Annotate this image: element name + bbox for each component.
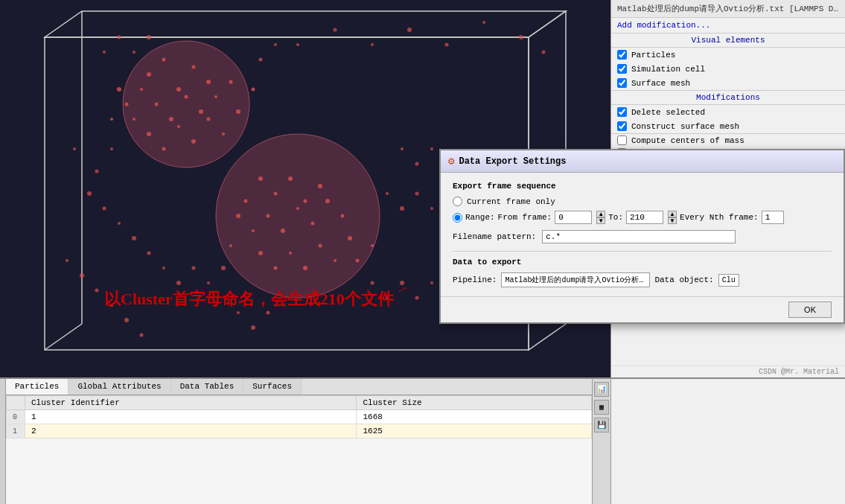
svg-point-17 bbox=[214, 95, 217, 98]
svg-point-94 bbox=[95, 289, 99, 293]
tab-particles[interactable]: Particles bbox=[6, 379, 68, 395]
bottom-right-spacer bbox=[610, 379, 845, 504]
svg-point-55 bbox=[371, 244, 374, 247]
add-modification-link[interactable]: Add modification... bbox=[611, 18, 845, 34]
svg-point-59 bbox=[87, 191, 92, 196]
range-label: Range: bbox=[465, 213, 495, 222]
from-frame-up[interactable]: ▲ bbox=[596, 211, 605, 217]
svg-point-45 bbox=[244, 200, 248, 203]
svg-point-31 bbox=[117, 87, 121, 92]
svg-point-13 bbox=[155, 103, 159, 106]
svg-point-67 bbox=[207, 281, 210, 284]
range-radio[interactable] bbox=[453, 213, 462, 223]
svg-point-105 bbox=[334, 28, 337, 32]
save-tool-button[interactable]: 💾 bbox=[594, 418, 609, 433]
to-frame-input[interactable] bbox=[626, 211, 663, 224]
svg-point-35 bbox=[304, 200, 307, 203]
svg-point-57 bbox=[95, 170, 99, 173]
svg-point-85 bbox=[371, 281, 374, 285]
svg-point-108 bbox=[445, 43, 449, 47]
svg-point-79 bbox=[415, 192, 419, 196]
compute-centers-checkbox[interactable] bbox=[617, 135, 627, 145]
filename-input[interactable] bbox=[542, 230, 736, 243]
svg-point-11 bbox=[192, 66, 196, 69]
construct-surface-mesh-checkbox[interactable] bbox=[617, 121, 627, 131]
svg-point-61 bbox=[118, 222, 121, 225]
current-frame-row: Current frame only bbox=[453, 197, 832, 206]
cluster-size-0: 1668 bbox=[357, 410, 592, 424]
ok-button[interactable]: OK bbox=[788, 302, 832, 318]
svg-point-88 bbox=[415, 296, 419, 300]
data-object-dropdown[interactable]: Clu bbox=[718, 274, 739, 287]
chart-tool-button[interactable]: 📊 bbox=[594, 382, 609, 397]
svg-point-19 bbox=[133, 118, 135, 121]
svg-point-48 bbox=[274, 267, 278, 270]
svg-point-41 bbox=[325, 199, 330, 203]
svg-point-37 bbox=[267, 214, 270, 218]
svg-point-98 bbox=[237, 311, 240, 314]
row-index-0: 0 bbox=[7, 410, 25, 424]
tab-data-tables[interactable]: Data Tables bbox=[171, 379, 244, 395]
svg-point-39 bbox=[296, 207, 299, 210]
simulation-cell-checkbox[interactable] bbox=[617, 64, 627, 74]
svg-point-46 bbox=[229, 244, 232, 247]
svg-point-78 bbox=[400, 206, 404, 211]
svg-point-63 bbox=[147, 252, 151, 255]
data-table: Cluster Identifier Cluster Size 0 1 1668… bbox=[6, 395, 592, 504]
tab-surfaces[interactable]: Surfaces bbox=[243, 379, 302, 395]
svg-point-77 bbox=[386, 192, 389, 195]
particles-label: Particles bbox=[631, 51, 675, 60]
from-frame-spinner: ▲ ▼ bbox=[596, 211, 605, 224]
svg-point-68 bbox=[221, 266, 226, 270]
construct-surface-mesh-label: Construct surface mesh bbox=[631, 122, 739, 131]
col-header-size: Cluster Size bbox=[357, 396, 592, 410]
cluster-identifier-1: 2 bbox=[25, 424, 357, 438]
svg-point-64 bbox=[162, 267, 165, 269]
svg-point-56 bbox=[73, 147, 76, 150]
tab-global-attributes[interactable]: Global Attributes bbox=[68, 379, 170, 395]
svg-point-18 bbox=[229, 80, 233, 84]
compute-centers-item: Compute centers of mass bbox=[611, 134, 845, 147]
svg-point-33 bbox=[274, 192, 278, 196]
bottom-left-gutter bbox=[0, 379, 6, 504]
svg-point-62 bbox=[132, 236, 136, 240]
svg-point-70 bbox=[415, 162, 419, 166]
current-frame-radio[interactable] bbox=[453, 197, 462, 206]
svg-point-9 bbox=[162, 58, 166, 62]
from-frame-input[interactable] bbox=[555, 211, 592, 224]
svg-point-38 bbox=[281, 229, 285, 233]
svg-point-23 bbox=[191, 139, 196, 144]
row-index-1: 1 bbox=[7, 424, 25, 438]
table-row: 1 2 1625 bbox=[7, 424, 592, 438]
particles-checkbox[interactable] bbox=[617, 50, 627, 60]
svg-point-51 bbox=[319, 244, 322, 248]
delete-selected-checkbox[interactable] bbox=[617, 107, 627, 117]
svg-point-24 bbox=[207, 118, 211, 121]
svg-point-117 bbox=[274, 43, 277, 46]
svg-point-89 bbox=[430, 281, 433, 284]
svg-point-6 bbox=[123, 41, 249, 168]
surface-mesh-checkbox[interactable] bbox=[617, 78, 627, 88]
particles-checkbox-item: Particles bbox=[611, 48, 845, 62]
svg-point-34 bbox=[288, 176, 293, 181]
svg-point-26 bbox=[236, 109, 240, 114]
to-frame-down[interactable]: ▼ bbox=[668, 217, 677, 224]
svg-point-58 bbox=[110, 147, 113, 150]
svg-point-16 bbox=[199, 109, 203, 114]
svg-point-60 bbox=[103, 207, 106, 211]
table-tool-button[interactable]: ▦ bbox=[594, 400, 609, 415]
surface-mesh-checkbox-item: Surface mesh bbox=[611, 76, 845, 90]
from-frame-down[interactable]: ▼ bbox=[596, 217, 605, 224]
data-to-export-label: Data to export bbox=[453, 251, 832, 267]
svg-point-93 bbox=[80, 273, 84, 278]
to-label: To: bbox=[608, 213, 623, 222]
svg-point-66 bbox=[192, 267, 196, 270]
pipeline-dropdown[interactable]: Matlab处理后的dump请导入Ovtio分析.txt [LAMMPS Dum… bbox=[501, 272, 650, 287]
col-header-index bbox=[7, 396, 25, 410]
svg-point-36 bbox=[318, 184, 322, 188]
svg-point-40 bbox=[311, 222, 315, 226]
svg-point-28 bbox=[140, 88, 143, 91]
svg-point-22 bbox=[177, 125, 180, 128]
to-frame-up[interactable]: ▲ bbox=[668, 211, 677, 217]
every-nth-input[interactable] bbox=[762, 211, 784, 224]
